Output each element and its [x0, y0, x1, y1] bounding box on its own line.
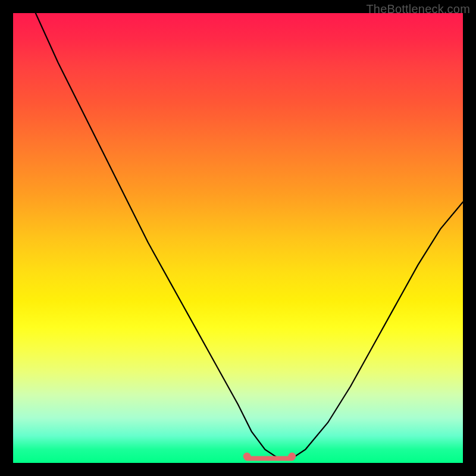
accent-marker-left	[243, 453, 251, 461]
bottleneck-curve	[13, 13, 463, 463]
accent-marker-right	[288, 453, 296, 461]
watermark-text: TheBottleneck.com	[366, 2, 470, 16]
curve-path	[36, 13, 463, 458]
plot-area	[13, 13, 463, 463]
chart-frame: TheBottleneck.com	[0, 0, 476, 476]
